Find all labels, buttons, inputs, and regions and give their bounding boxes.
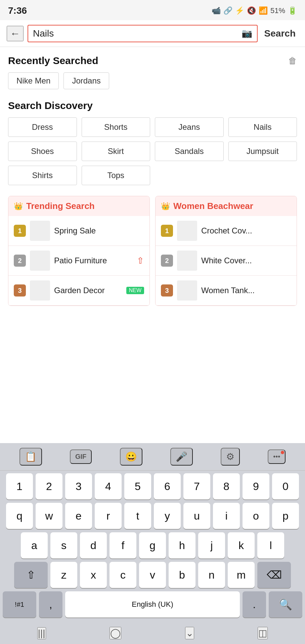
- discovery-tag-jumpsuit[interactable]: Jumpsuit: [228, 142, 297, 161]
- item-thumb-3: [30, 280, 50, 301]
- key-x[interactable]: x: [80, 562, 107, 588]
- discovery-tag-sandals[interactable]: Sandals: [155, 142, 224, 161]
- key-8[interactable]: 8: [213, 473, 240, 499]
- nav-home[interactable]: ◯: [110, 627, 121, 639]
- key-i[interactable]: i: [213, 503, 240, 529]
- search-bar: ← 📷 Search: [0, 20, 305, 47]
- key-p[interactable]: p: [272, 503, 299, 529]
- key-r[interactable]: r: [95, 503, 122, 529]
- beachwear-item-3[interactable]: 3 Women Tank...: [156, 276, 297, 306]
- discovery-tag-shorts[interactable]: Shorts: [82, 117, 150, 137]
- hot-badge: ⇧: [137, 256, 144, 266]
- nav-keyboard-switch[interactable]: ◫: [258, 627, 268, 639]
- key-y[interactable]: y: [154, 503, 181, 529]
- key-2[interactable]: 2: [36, 473, 62, 499]
- key-q[interactable]: q: [6, 503, 33, 529]
- trending-item-2[interactable]: 2 Patio Furniture ⇧: [8, 246, 149, 276]
- comma-key[interactable]: ,: [39, 591, 62, 618]
- backspace-key[interactable]: ⌫: [257, 562, 291, 588]
- kb-row-numbers: 1 2 3 4 5 6 7 8 9 0: [3, 473, 302, 499]
- status-icons: 📹 🔗 ⚡ 🔇 📶 51% 🔋: [212, 6, 297, 15]
- period-key[interactable]: .: [243, 591, 266, 618]
- key-7[interactable]: 7: [183, 473, 210, 499]
- discovery-tag-tops[interactable]: Tops: [82, 166, 150, 185]
- beachwear-item-2[interactable]: 2 White Cover...: [156, 246, 297, 276]
- key-4[interactable]: 4: [95, 473, 122, 499]
- women-beachwear-header: 👑 Women Beachwear: [156, 196, 297, 216]
- key-v[interactable]: v: [139, 562, 166, 588]
- discovery-tag-shirts[interactable]: Shirts: [8, 166, 77, 185]
- keyboard-gif-button[interactable]: GIF: [70, 449, 92, 464]
- camera-icon[interactable]: 📷: [242, 28, 252, 39]
- keyboard-settings-icon[interactable]: ⚙: [221, 448, 240, 466]
- new-badge: NEW: [126, 287, 144, 294]
- trending-item-3[interactable]: 3 Garden Decor NEW: [8, 276, 149, 306]
- bw-item-label-2: White Cover...: [201, 256, 291, 265]
- key-d[interactable]: d: [80, 532, 107, 558]
- recently-searched-title: Recently Searched: [8, 55, 98, 66]
- key-t[interactable]: t: [124, 503, 151, 529]
- kb-row-zxcv: ⇧ z x c v b n m ⌫: [3, 562, 302, 588]
- key-e[interactable]: e: [65, 503, 92, 529]
- key-l[interactable]: l: [257, 532, 284, 558]
- key-u[interactable]: u: [183, 503, 210, 529]
- key-j[interactable]: j: [198, 532, 225, 558]
- bw-item-thumb-1: [177, 221, 197, 241]
- search-input[interactable]: [33, 28, 238, 39]
- key-1[interactable]: 1: [6, 473, 33, 499]
- recent-tag[interactable]: Nike Men: [8, 72, 59, 89]
- key-z[interactable]: z: [50, 562, 77, 588]
- key-o[interactable]: o: [243, 503, 269, 529]
- key-n[interactable]: n: [198, 562, 225, 588]
- trending-search-header: 👑 Trending Search: [8, 196, 149, 216]
- back-button[interactable]: ←: [7, 26, 24, 41]
- key-k[interactable]: k: [228, 532, 255, 558]
- bw-item-label-1: Crochet Cov...: [201, 226, 291, 235]
- bw-item-thumb-2: [177, 251, 197, 271]
- battery-percent: 51%: [270, 6, 285, 15]
- nav-back[interactable]: |||: [37, 627, 46, 639]
- keyboard-toolbar: 📋 GIF 😀 🎤 ⚙ •••: [0, 443, 305, 471]
- trending-item-1[interactable]: 1 Spring Sale: [8, 216, 149, 246]
- key-0[interactable]: 0: [272, 473, 299, 499]
- key-6[interactable]: 6: [154, 473, 181, 499]
- key-5[interactable]: 5: [124, 473, 151, 499]
- key-a[interactable]: a: [21, 532, 48, 558]
- search-discovery-title: Search Discovery: [8, 100, 93, 111]
- search-button[interactable]: Search: [262, 28, 298, 39]
- kb-row-asdf: a s d f g h j k l: [3, 532, 302, 558]
- discovery-tag-shoes[interactable]: Shoes: [8, 142, 77, 161]
- bw-rank-badge-2: 2: [161, 255, 173, 267]
- key-w[interactable]: w: [36, 503, 62, 529]
- key-3[interactable]: 3: [65, 473, 92, 499]
- spacebar-key[interactable]: English (UK): [65, 591, 240, 618]
- keyboard-more-icon[interactable]: •••: [268, 449, 286, 464]
- delete-history-icon[interactable]: 🗑: [288, 56, 297, 66]
- women-beachwear-card: 👑 Women Beachwear 1 Crochet Cov... 2 Whi…: [155, 196, 297, 306]
- discovery-tag-dress[interactable]: Dress: [8, 117, 77, 137]
- wifi-icon: 📶: [259, 6, 268, 15]
- nav-recents[interactable]: ⌄: [185, 627, 194, 639]
- shift-key[interactable]: ⇧: [14, 562, 48, 588]
- trending-search-card: 👑 Trending Search 1 Spring Sale 2 Patio …: [8, 196, 150, 306]
- key-9[interactable]: 9: [243, 473, 269, 499]
- keyboard-emoji-icon[interactable]: 😀: [120, 448, 142, 466]
- key-f[interactable]: f: [110, 532, 136, 558]
- symbols-key[interactable]: !#1: [3, 591, 36, 618]
- keyboard-sticker-icon[interactable]: 📋: [19, 448, 42, 466]
- key-h[interactable]: h: [169, 532, 195, 558]
- key-g[interactable]: g: [139, 532, 166, 558]
- beachwear-item-1[interactable]: 1 Crochet Cov...: [156, 216, 297, 246]
- discovery-tag-nails[interactable]: Nails: [228, 117, 297, 137]
- recent-tag[interactable]: Jordans: [63, 72, 109, 89]
- key-b[interactable]: b: [169, 562, 195, 588]
- keyboard-mic-icon[interactable]: 🎤: [170, 448, 193, 466]
- discovery-tag-skirt[interactable]: Skirt: [82, 142, 150, 161]
- key-s[interactable]: s: [50, 532, 77, 558]
- key-c[interactable]: c: [110, 562, 136, 588]
- key-m[interactable]: m: [228, 562, 255, 588]
- bottom-nav: ||| ◯ ⌄ ◫: [0, 622, 305, 644]
- discovery-tag-jeans[interactable]: Jeans: [155, 117, 224, 137]
- video-icon: 📹: [212, 6, 221, 15]
- keyboard-search-key[interactable]: 🔍: [269, 591, 302, 618]
